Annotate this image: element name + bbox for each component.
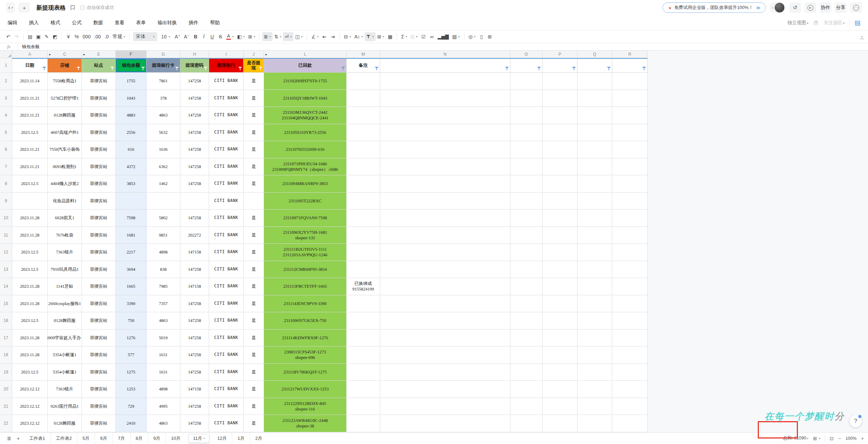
sheet-tab-6月[interactable]: 6月 <box>95 433 112 444</box>
cell-J8[interactable]: 是 <box>244 175 264 193</box>
cell-A20[interactable]: 2023.12.12 <box>12 381 48 398</box>
cell-H11[interactable]: 202272 <box>180 227 209 244</box>
cell-I19[interactable]: CITI BANK <box>209 364 244 381</box>
cell-I4[interactable]: CITI BANK <box>209 107 244 124</box>
cell-G20[interactable]: 4898 <box>147 381 180 398</box>
cell-C12[interactable]: 7363镜片 <box>48 244 82 261</box>
cell-H12[interactable]: 147158 <box>180 244 209 261</box>
cell-A9[interactable] <box>12 193 48 210</box>
cell-A4[interactable]: 2023.11.21 <box>12 107 48 124</box>
cell-H18[interactable]: 147258 <box>180 346 209 364</box>
cell-R16[interactable] <box>612 312 648 330</box>
cell-C7[interactable]: 0693检测剂1 <box>48 158 82 176</box>
document-title[interactable]: 新提现表格 <box>36 4 66 12</box>
cell-R5[interactable] <box>612 124 648 141</box>
cell-R21[interactable] <box>612 398 648 415</box>
cell-R6[interactable] <box>612 141 648 158</box>
row-header-12[interactable]: 12 <box>0 244 12 261</box>
row-header-20[interactable]: 20 <box>0 381 12 398</box>
column-header-P[interactable]: P <box>542 50 577 58</box>
cell-I22[interactable]: CITI BANK <box>209 415 244 432</box>
cell-G17[interactable]: 5019 <box>147 330 180 347</box>
cell-O14[interactable] <box>510 278 542 295</box>
cell-A13[interactable]: 2023.12.5 <box>12 261 48 278</box>
sheet-tab-12月[interactable]: 12月 <box>212 433 232 444</box>
hidden-column-indicator[interactable]: ◂▸ <box>83 53 84 56</box>
cell-O12[interactable] <box>510 244 542 261</box>
bookmark-icon[interactable] <box>70 5 75 10</box>
cell-R17[interactable] <box>612 330 648 347</box>
image-button[interactable]: ▨▾ <box>451 32 462 41</box>
cell-L16[interactable]: 2311096N7GK5EX-750 <box>264 312 347 330</box>
back-dropdown-icon[interactable]: ▾ <box>11 6 13 9</box>
column-header-N[interactable]: N <box>380 50 510 58</box>
cell-M17[interactable] <box>347 330 380 347</box>
cell-A18[interactable]: 2023.11.28 <box>12 346 48 364</box>
cell-L5[interactable]: 231105S310YR73-2556 <box>264 124 347 141</box>
cell-M10[interactable] <box>347 210 380 227</box>
cell-Q12[interactable] <box>577 244 612 261</box>
cell-A21[interactable]: 2023.12.12 <box>12 398 48 415</box>
cell-J5[interactable]: 是 <box>244 124 264 141</box>
cell-R19[interactable] <box>612 364 648 381</box>
cell-F4[interactable]: 4883 <box>116 107 147 124</box>
hidden-column-indicator[interactable]: ◂▸ <box>49 53 50 56</box>
cell-C4[interactable]: 0128舞蹈服 <box>48 107 82 124</box>
row-header-19[interactable]: 19 <box>0 364 12 381</box>
cell-G18[interactable]: 1631 <box>147 346 180 364</box>
cell-N4[interactable] <box>380 107 510 124</box>
cell-N2[interactable] <box>380 73 510 90</box>
cell-H10[interactable]: 147258 <box>180 210 209 227</box>
cell-Q4[interactable] <box>577 107 612 124</box>
header-cell-备注[interactable]: 备注 <box>347 58 380 73</box>
cell-A5[interactable]: 2023.12.5 <box>12 124 48 141</box>
header-cell-钱包余额[interactable]: 钱包余额 <box>116 58 147 73</box>
cell-A10[interactable]: 2023.11.28 <box>12 210 48 227</box>
cell-N17[interactable] <box>380 330 510 347</box>
present-button[interactable]: ▸ <box>804 2 816 13</box>
cell-G15[interactable]: 7357 <box>147 295 180 313</box>
decrease-font-button[interactable]: A⁻ <box>182 32 191 41</box>
cell-M4[interactable] <box>347 107 380 124</box>
cell-L2[interactable]: 231102HHPD76T0-1755 <box>264 73 347 90</box>
cell-H4[interactable]: 147258 <box>180 107 209 124</box>
cell-M8[interactable] <box>347 175 380 193</box>
cell-O16[interactable] <box>510 312 542 330</box>
cell-A16[interactable]: 2023.12.5 <box>12 312 48 330</box>
cell-H19[interactable]: 147258 <box>180 364 209 381</box>
row-header-5[interactable]: 5 <box>0 124 12 141</box>
row-header-2[interactable]: 2 <box>0 73 12 90</box>
filter-funnel-icon[interactable] <box>258 67 263 71</box>
cell-H2[interactable]: 147258 <box>180 73 209 90</box>
cell-Q16[interactable] <box>577 312 612 330</box>
cell-A7[interactable]: 2023.11.21 <box>12 158 48 176</box>
cell-R3[interactable] <box>612 90 648 107</box>
cell-J22[interactable]: 是 <box>244 415 264 432</box>
row-header-6[interactable]: 6 <box>0 141 12 158</box>
currency-format-button[interactable]: ¥ <box>64 32 73 41</box>
cell-P12[interactable] <box>542 244 577 261</box>
cell-N3[interactable] <box>380 90 510 107</box>
underline-button[interactable]: U <box>208 32 216 41</box>
cell-M11[interactable] <box>347 227 380 244</box>
cell-L15[interactable]: 231114JENC9PV9-3390 <box>264 295 347 313</box>
cell-C11[interactable]: 7676枪袋 <box>48 227 82 244</box>
sheet-tab-9月[interactable]: 9月 <box>148 433 166 444</box>
cell-F16[interactable]: 750 <box>116 312 147 330</box>
column-header-M[interactable]: M <box>347 50 380 58</box>
row-header-21[interactable]: 21 <box>0 398 12 415</box>
cell-E15[interactable]: 菲律宾站 <box>82 295 116 313</box>
cell-N22[interactable] <box>380 415 510 432</box>
cell-M19[interactable] <box>347 364 380 381</box>
independent-view-dropdown[interactable]: 独立视图▾ <box>787 20 809 26</box>
help-badge-icon[interactable]: ? <box>813 20 819 26</box>
header-cell-站点[interactable]: 站点 <box>82 58 116 73</box>
cell-M21[interactable] <box>347 398 380 415</box>
increase-font-button[interactable]: A⁺ <box>173 32 182 41</box>
cell-P21[interactable] <box>542 398 577 415</box>
header-cell-提现银行卡[interactable]: 提现银行卡 <box>147 58 180 73</box>
cell-J20[interactable]: 是 <box>244 381 264 398</box>
sort-button[interactable]: A↕▾ <box>352 32 365 41</box>
vertical-align-button[interactable]: ⇅▾ <box>273 32 283 41</box>
cell-I21[interactable]: CITI BANK <box>209 398 244 415</box>
